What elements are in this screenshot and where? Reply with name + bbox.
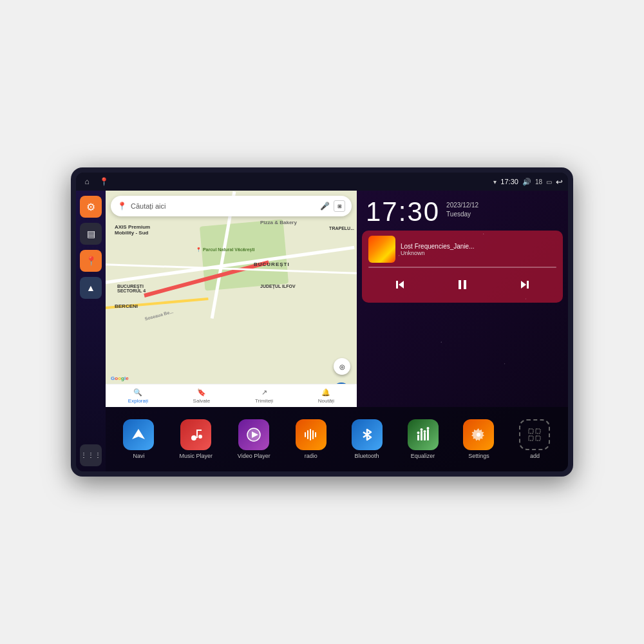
bluetooth-icon — [352, 419, 383, 450]
saved-label: Salvate — [193, 398, 211, 404]
svg-rect-17 — [315, 432, 316, 437]
svg-rect-19 — [421, 431, 422, 440]
label-sectorul: BUCUREȘTISECTORUL 4 — [117, 284, 146, 293]
svg-point-8 — [198, 435, 202, 439]
battery-level: 18 — [535, 178, 542, 185]
saved-icon: 🔖 — [197, 388, 206, 397]
app-navi[interactable]: Navi — [123, 419, 154, 459]
sidebar-archive-button[interactable]: ▤ — [80, 223, 102, 245]
svg-rect-10 — [196, 430, 202, 431]
navi-label: Navi — [133, 453, 144, 459]
radio-icon — [296, 419, 327, 450]
back-icon[interactable]: ↩ — [556, 177, 563, 187]
grid-icon: ⋮⋮⋮ — [80, 452, 102, 459]
svg-rect-21 — [427, 430, 429, 440]
top-section: AXIS PremiumMobility - Sud Pizza & Baker… — [106, 191, 568, 407]
svg-marker-6 — [132, 429, 145, 439]
sidebar-navi-button[interactable]: ▲ — [80, 277, 102, 299]
map-bottom-bar: 🔍 Explorați 🔖 Salvate ↗ Trimiteți — [106, 384, 357, 407]
navigation-arrow-icon: ▲ — [86, 283, 95, 293]
svg-rect-16 — [312, 430, 314, 439]
center-content: AXIS PremiumMobility - Sud Pizza & Baker… — [106, 191, 568, 471]
app-equalizer[interactable]: Equalizer — [408, 419, 439, 459]
label-trapelu: TRAPELU... — [329, 226, 354, 231]
clock-time: 17:30 — [366, 198, 440, 225]
navi-icon — [123, 419, 154, 450]
map-saved-tab[interactable]: 🔖 Salvate — [193, 388, 211, 404]
svg-point-22 — [417, 431, 419, 434]
car-head-unit: ⌂ 📍 ▾ 17:30 🔊 18 ▭ ↩ ⚙ ▤ — [71, 167, 573, 477]
navi-arrow-icon — [131, 427, 146, 442]
clock-day-text: Tuesday — [446, 210, 478, 219]
equalizer-icon — [408, 419, 439, 450]
app-settings[interactable]: Settings — [463, 419, 494, 459]
svg-rect-14 — [307, 430, 308, 439]
svg-point-24 — [423, 430, 426, 433]
app-video-player[interactable]: Video Player — [238, 419, 270, 459]
svg-point-7 — [191, 435, 196, 440]
app-music-player[interactable]: Music Player — [179, 419, 213, 459]
map-location-button[interactable]: ◎ — [334, 358, 350, 375]
svg-rect-27 — [529, 429, 533, 433]
archive-icon: ▤ — [87, 229, 95, 239]
microphone-icon[interactable]: 🎤 — [320, 202, 330, 211]
add-icon — [519, 419, 550, 450]
video-player-icon — [238, 419, 269, 450]
music-player-icon — [180, 419, 211, 450]
app-add[interactable]: add — [519, 419, 550, 459]
share-icon: ↗ — [261, 388, 267, 397]
app-radio[interactable]: radio — [296, 419, 327, 459]
svg-rect-28 — [536, 429, 540, 433]
settings-icon — [463, 419, 494, 450]
sidebar: ⚙ ▤ 📍 ▲ ⋮⋮⋮ — [76, 191, 106, 471]
app-bluetooth[interactable]: Bluetooth — [352, 419, 383, 459]
map-icon: 📍 — [86, 256, 97, 266]
svg-rect-20 — [424, 433, 426, 440]
svg-rect-15 — [310, 429, 311, 440]
bluetooth-symbol-icon — [359, 427, 375, 442]
map-panel[interactable]: AXIS PremiumMobility - Sud Pizza & Baker… — [106, 191, 357, 407]
park-area — [200, 220, 289, 291]
equalizer-label: Equalizer — [411, 453, 435, 459]
status-bar: ⌂ 📍 ▾ 17:30 🔊 18 ▭ ↩ — [76, 173, 568, 191]
clock-date-text: 2023/12/12 — [446, 201, 478, 210]
wifi-icon: ▾ — [493, 178, 497, 185]
map-background — [106, 191, 357, 407]
map-search-bar[interactable]: 📍 Căutați aici 🎤 ⊞ — [111, 196, 352, 216]
svg-rect-29 — [529, 436, 533, 440]
updates-icon: 🔔 — [321, 388, 330, 397]
svg-rect-18 — [417, 435, 419, 440]
play-circle-icon — [246, 427, 261, 442]
sidebar-map-button[interactable]: 📍 — [80, 250, 102, 272]
svg-point-23 — [420, 428, 422, 431]
map-search-pin-icon: 📍 — [117, 202, 127, 211]
map-visual: AXIS PremiumMobility - Sud Pizza & Baker… — [106, 191, 357, 407]
label-parc: 📍 Parcul Natural Văcărești — [196, 247, 255, 252]
gear-icon: ⚙ — [86, 201, 95, 213]
settings-label: Settings — [468, 453, 489, 459]
status-right-info: ▾ 17:30 🔊 18 ▭ ↩ — [493, 177, 563, 187]
explore-icon: 🔍 — [133, 388, 142, 397]
home-icon[interactable]: ⌂ — [81, 176, 93, 187]
svg-rect-13 — [305, 432, 306, 437]
map-pin-icon[interactable]: 📍 — [98, 176, 109, 187]
map-search-input[interactable]: Căutați aici — [131, 202, 316, 210]
status-left-icons: ⌂ 📍 — [81, 176, 109, 187]
map-explore-tab[interactable]: 🔍 Explorați — [128, 388, 148, 404]
sidebar-apps-button[interactable]: ⋮⋮⋮ — [80, 444, 102, 466]
sidebar-settings-button[interactable]: ⚙ — [80, 196, 102, 218]
map-share-tab[interactable]: ↗ Trimiteți — [255, 388, 273, 404]
updates-label: Noutăți — [318, 398, 334, 404]
explore-label: Explorați — [128, 398, 148, 404]
radio-wave-icon — [303, 427, 319, 442]
screen: ⌂ 📍 ▾ 17:30 🔊 18 ▭ ↩ ⚙ ▤ — [76, 173, 568, 471]
add-grid-icon — [527, 427, 542, 442]
share-label: Trimiteți — [255, 398, 273, 404]
status-time: 17:30 — [500, 178, 518, 185]
right-panel: 17:30 2023/12/12 Tuesday — [357, 191, 568, 407]
svg-point-25 — [426, 427, 429, 430]
map-layers-button[interactable]: ⊞ — [334, 200, 345, 212]
map-updates-tab[interactable]: 🔔 Noutăți — [318, 388, 334, 404]
equalizer-bars-icon — [415, 427, 431, 442]
clock-area: 17:30 2023/12/12 Tuesday — [357, 191, 568, 231]
